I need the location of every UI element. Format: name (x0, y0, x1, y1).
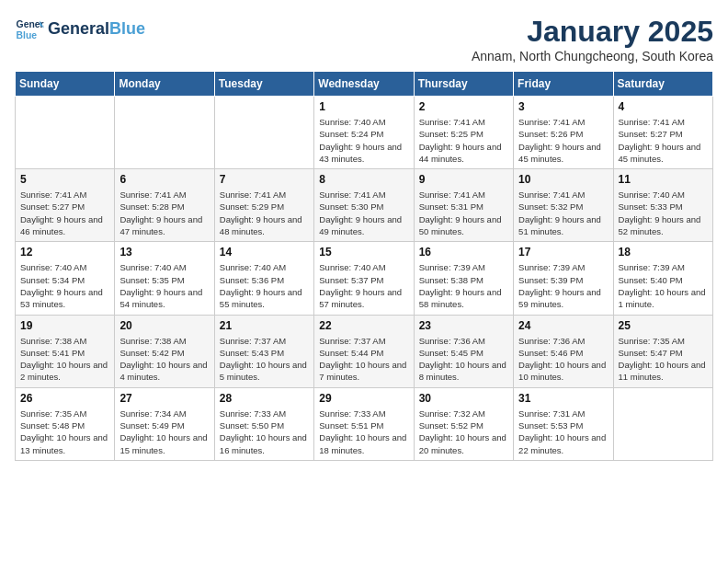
page-header: General Blue GeneralBlue January 2025 An… (15, 15, 713, 63)
calendar-week-row: 19Sunrise: 7:38 AM Sunset: 5:41 PM Dayli… (16, 315, 713, 387)
day-info: Sunrise: 7:40 AM Sunset: 5:24 PM Dayligh… (319, 116, 408, 165)
day-number: 4 (619, 100, 708, 113)
day-info: Sunrise: 7:35 AM Sunset: 5:47 PM Dayligh… (619, 335, 708, 384)
day-number: 31 (518, 392, 608, 405)
day-info: Sunrise: 7:39 AM Sunset: 5:39 PM Dayligh… (518, 261, 608, 310)
title-block: January 2025 Annam, North Chungcheong, S… (472, 15, 713, 63)
calendar-day-21: 21Sunrise: 7:37 AM Sunset: 5:43 PM Dayli… (214, 315, 313, 387)
day-number: 26 (20, 392, 109, 405)
calendar-day-5: 5Sunrise: 7:41 AM Sunset: 5:27 PM Daylig… (16, 169, 115, 242)
day-number: 5 (20, 173, 109, 186)
day-number: 10 (518, 173, 608, 186)
calendar-day-26: 26Sunrise: 7:35 AM Sunset: 5:48 PM Dayli… (16, 387, 115, 460)
day-info: Sunrise: 7:31 AM Sunset: 5:53 PM Dayligh… (518, 408, 608, 456)
day-number: 7 (220, 173, 309, 186)
day-info: Sunrise: 7:38 AM Sunset: 5:41 PM Dayligh… (20, 335, 109, 384)
calendar-day-3: 3Sunrise: 7:41 AM Sunset: 5:26 PM Daylig… (514, 97, 613, 169)
day-number: 13 (119, 246, 209, 259)
day-number: 21 (220, 319, 309, 332)
day-info: Sunrise: 7:34 AM Sunset: 5:49 PM Dayligh… (119, 408, 209, 456)
calendar-week-row: 26Sunrise: 7:35 AM Sunset: 5:48 PM Dayli… (16, 387, 713, 460)
calendar-day-23: 23Sunrise: 7:36 AM Sunset: 5:45 PM Dayli… (414, 315, 513, 387)
day-info: Sunrise: 7:38 AM Sunset: 5:42 PM Dayligh… (119, 335, 209, 384)
calendar-header-row: SundayMondayTuesdayWednesdayThursdayFrid… (16, 72, 713, 97)
day-info: Sunrise: 7:41 AM Sunset: 5:29 PM Dayligh… (220, 189, 309, 237)
calendar-empty-cell (613, 387, 712, 460)
day-number: 22 (319, 319, 408, 332)
calendar-day-19: 19Sunrise: 7:38 AM Sunset: 5:41 PM Dayli… (16, 315, 115, 387)
day-number: 19 (20, 319, 109, 332)
calendar-day-18: 18Sunrise: 7:39 AM Sunset: 5:40 PM Dayli… (613, 242, 712, 315)
day-info: Sunrise: 7:39 AM Sunset: 5:38 PM Dayligh… (419, 261, 508, 310)
weekday-header-monday: Monday (115, 72, 214, 97)
day-number: 27 (119, 392, 209, 405)
calendar-day-13: 13Sunrise: 7:40 AM Sunset: 5:35 PM Dayli… (115, 242, 214, 315)
calendar-day-17: 17Sunrise: 7:39 AM Sunset: 5:39 PM Dayli… (514, 242, 613, 315)
day-info: Sunrise: 7:40 AM Sunset: 5:35 PM Dayligh… (119, 261, 209, 310)
calendar-day-24: 24Sunrise: 7:36 AM Sunset: 5:46 PM Dayli… (514, 315, 613, 387)
day-info: Sunrise: 7:41 AM Sunset: 5:31 PM Dayligh… (419, 189, 508, 237)
day-number: 18 (619, 246, 708, 259)
calendar-day-7: 7Sunrise: 7:41 AM Sunset: 5:29 PM Daylig… (214, 169, 313, 242)
day-number: 2 (419, 100, 508, 113)
day-number: 1 (319, 100, 408, 113)
day-info: Sunrise: 7:41 AM Sunset: 5:26 PM Dayligh… (518, 116, 608, 165)
calendar-week-row: 5Sunrise: 7:41 AM Sunset: 5:27 PM Daylig… (16, 169, 713, 242)
day-number: 16 (419, 246, 508, 259)
calendar-day-11: 11Sunrise: 7:40 AM Sunset: 5:33 PM Dayli… (613, 169, 712, 242)
calendar-day-31: 31Sunrise: 7:31 AM Sunset: 5:53 PM Dayli… (514, 387, 613, 460)
day-info: Sunrise: 7:40 AM Sunset: 5:34 PM Dayligh… (20, 261, 109, 310)
day-info: Sunrise: 7:37 AM Sunset: 5:44 PM Dayligh… (319, 335, 408, 384)
day-number: 6 (119, 173, 209, 186)
calendar-day-29: 29Sunrise: 7:33 AM Sunset: 5:51 PM Dayli… (314, 387, 414, 460)
day-info: Sunrise: 7:33 AM Sunset: 5:51 PM Dayligh… (319, 408, 408, 456)
svg-text:Blue: Blue (17, 30, 38, 40)
calendar-empty-cell (16, 97, 115, 169)
calendar-day-8: 8Sunrise: 7:41 AM Sunset: 5:30 PM Daylig… (314, 169, 414, 242)
day-number: 11 (619, 173, 708, 186)
location-subtitle: Annam, North Chungcheong, South Korea (472, 49, 713, 63)
calendar-day-9: 9Sunrise: 7:41 AM Sunset: 5:31 PM Daylig… (414, 169, 513, 242)
calendar-day-28: 28Sunrise: 7:33 AM Sunset: 5:50 PM Dayli… (214, 387, 313, 460)
day-number: 20 (119, 319, 209, 332)
weekday-header-saturday: Saturday (613, 72, 712, 97)
logo-text: GeneralBlue (48, 20, 145, 39)
day-info: Sunrise: 7:36 AM Sunset: 5:45 PM Dayligh… (419, 335, 508, 384)
calendar-day-14: 14Sunrise: 7:40 AM Sunset: 5:36 PM Dayli… (214, 242, 313, 315)
day-info: Sunrise: 7:40 AM Sunset: 5:36 PM Dayligh… (220, 261, 309, 310)
calendar-day-4: 4Sunrise: 7:41 AM Sunset: 5:27 PM Daylig… (613, 97, 712, 169)
weekday-header-friday: Friday (514, 72, 613, 97)
day-info: Sunrise: 7:39 AM Sunset: 5:40 PM Dayligh… (619, 261, 708, 310)
day-number: 28 (220, 392, 309, 405)
day-number: 23 (419, 319, 508, 332)
day-number: 30 (419, 392, 508, 405)
day-number: 15 (319, 246, 408, 259)
calendar-empty-cell (214, 97, 313, 169)
logo: General Blue GeneralBlue (15, 15, 145, 44)
day-info: Sunrise: 7:41 AM Sunset: 5:32 PM Dayligh… (518, 189, 608, 237)
day-info: Sunrise: 7:36 AM Sunset: 5:46 PM Dayligh… (518, 335, 608, 384)
day-info: Sunrise: 7:41 AM Sunset: 5:25 PM Dayligh… (419, 116, 508, 165)
calendar-day-12: 12Sunrise: 7:40 AM Sunset: 5:34 PM Dayli… (16, 242, 115, 315)
day-info: Sunrise: 7:41 AM Sunset: 5:28 PM Dayligh… (119, 189, 209, 237)
calendar-day-30: 30Sunrise: 7:32 AM Sunset: 5:52 PM Dayli… (414, 387, 513, 460)
day-number: 12 (20, 246, 109, 259)
calendar-day-16: 16Sunrise: 7:39 AM Sunset: 5:38 PM Dayli… (414, 242, 513, 315)
day-number: 24 (518, 319, 608, 332)
calendar-empty-cell (115, 97, 214, 169)
calendar-week-row: 1Sunrise: 7:40 AM Sunset: 5:24 PM Daylig… (16, 97, 713, 169)
calendar-day-10: 10Sunrise: 7:41 AM Sunset: 5:32 PM Dayli… (514, 169, 613, 242)
logo-icon: General Blue (15, 15, 44, 44)
weekday-header-sunday: Sunday (16, 72, 115, 97)
weekday-header-thursday: Thursday (414, 72, 513, 97)
calendar-day-22: 22Sunrise: 7:37 AM Sunset: 5:44 PM Dayli… (314, 315, 414, 387)
calendar-day-25: 25Sunrise: 7:35 AM Sunset: 5:47 PM Dayli… (613, 315, 712, 387)
calendar-day-6: 6Sunrise: 7:41 AM Sunset: 5:28 PM Daylig… (115, 169, 214, 242)
day-number: 17 (518, 246, 608, 259)
day-info: Sunrise: 7:41 AM Sunset: 5:27 PM Dayligh… (20, 189, 109, 237)
calendar-day-27: 27Sunrise: 7:34 AM Sunset: 5:49 PM Dayli… (115, 387, 214, 460)
calendar-table: SundayMondayTuesdayWednesdayThursdayFrid… (15, 71, 713, 461)
calendar-day-20: 20Sunrise: 7:38 AM Sunset: 5:42 PM Dayli… (115, 315, 214, 387)
day-number: 3 (518, 100, 608, 113)
day-info: Sunrise: 7:32 AM Sunset: 5:52 PM Dayligh… (419, 408, 508, 456)
